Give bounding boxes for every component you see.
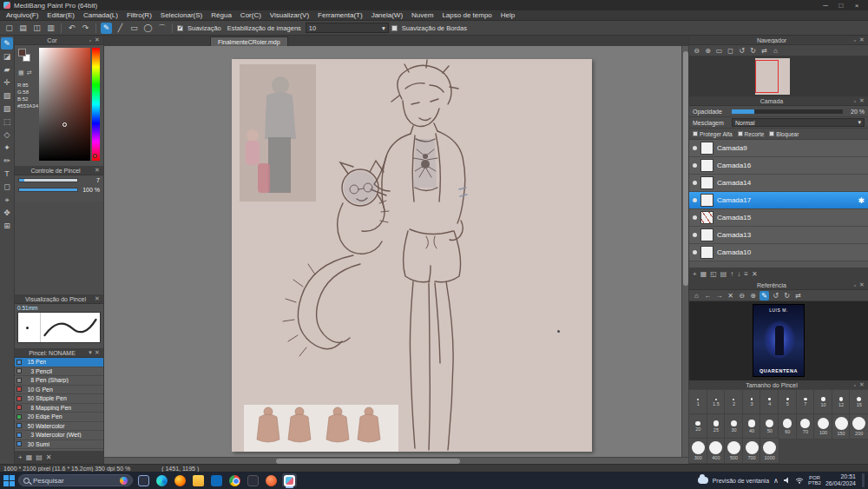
flip-horizontal-icon[interactable]: ⇄	[760, 46, 769, 56]
export-icon[interactable]: ▥	[45, 23, 56, 34]
open-reference-icon[interactable]: ⌂	[692, 291, 701, 301]
zoom-out-icon[interactable]: ⊖	[692, 46, 701, 56]
rotate-left-icon[interactable]: ↺	[771, 291, 780, 301]
delete-layer-icon[interactable]: ✕	[752, 270, 758, 278]
rect-mode-button[interactable]: ▭	[128, 23, 140, 34]
layer-visibility-icon[interactable]	[693, 163, 697, 168]
vertical-scrollbar[interactable]	[681, 46, 688, 457]
brush-list-item[interactable]: 20Edge Pen	[15, 413, 103, 422]
eraser-tool-icon[interactable]: ◪	[1, 50, 13, 63]
layer-row[interactable]: Camada13	[689, 227, 868, 244]
stabilization-select[interactable]: 10 ▾	[306, 23, 389, 33]
flip-horizontal-icon[interactable]: ⇄	[793, 291, 803, 301]
panel-close-icon[interactable]: ✕	[858, 281, 865, 288]
lock-checkbox[interactable]	[769, 131, 774, 136]
lasso-tool-icon[interactable]: ◇	[1, 129, 13, 141]
brush-size-cell[interactable]: 50	[760, 414, 779, 439]
gradient-tool-icon[interactable]: ▧	[1, 102, 13, 115]
maximize-button[interactable]: □	[833, 2, 849, 10]
eyedropper-tool-icon[interactable]: ⌖	[1, 194, 13, 206]
search-highlights-icon[interactable]	[120, 477, 128, 485]
brush-size-cell[interactable]: 2	[725, 390, 743, 414]
taskbar-edge[interactable]	[155, 473, 169, 487]
layer-visibility-icon[interactable]	[693, 215, 697, 220]
eyedropper-icon[interactable]: ✎	[760, 291, 769, 301]
show-desktop-button[interactable]	[862, 473, 865, 487]
sv-marker[interactable]	[62, 122, 67, 127]
menu-item[interactable]: Selecionar(S)	[156, 11, 207, 19]
brush-size-cell[interactable]: 300	[689, 439, 707, 463]
select-pen-tool-icon[interactable]: ✏	[1, 155, 13, 167]
brush-list-item[interactable]: 50Watercolor	[15, 422, 103, 432]
move-layer-up-icon[interactable]: ↑	[730, 270, 733, 278]
start-button[interactable]	[3, 475, 15, 486]
horizontal-scrollbar[interactable]	[104, 457, 688, 464]
taskbar-medibang[interactable]	[282, 473, 297, 487]
brush-size-cell[interactable]: 1.5	[707, 390, 726, 414]
panel-close-icon[interactable]: ✕	[858, 97, 865, 104]
panel-menu-icon[interactable]: ▫	[852, 98, 858, 104]
reset-view-icon[interactable]: ⌂	[771, 46, 780, 56]
hidden-icons-chevron[interactable]: ∧	[773, 477, 779, 485]
navigator-view[interactable]	[689, 56, 868, 96]
hue-marker[interactable]	[93, 154, 97, 158]
protect-alpha-option[interactable]: Proteger Alfa	[693, 131, 733, 137]
layer-visibility-icon[interactable]	[693, 250, 697, 254]
actual-size-icon[interactable]: ◻	[726, 46, 735, 56]
panel-close-icon[interactable]: ✕	[94, 295, 101, 302]
shape-tool-icon[interactable]: ◻	[1, 181, 13, 193]
panel-close-icon[interactable]: ✕	[94, 36, 101, 43]
panel-menu-icon[interactable]: ▫	[852, 37, 858, 43]
menu-item[interactable]: Camada(L)	[79, 11, 122, 19]
menu-item[interactable]: Régua	[207, 11, 236, 19]
brush-size-cell[interactable]: 3	[743, 390, 761, 414]
weather-text[interactable]: Previsão de ventania	[713, 478, 769, 484]
brush-tool-icon[interactable]: ✎	[1, 37, 13, 50]
brush-list-item[interactable]: 3Watercolor (Wet)	[15, 431, 103, 440]
language-indicator[interactable]: POR PTB2	[808, 475, 821, 486]
menu-item[interactable]: Lapso de tempo	[437, 11, 496, 19]
add-layer-icon[interactable]: +	[693, 270, 697, 278]
layer-folder-icon[interactable]: ▤	[720, 270, 727, 278]
panel-menu-icon[interactable]: ▾	[87, 349, 94, 356]
navigator-thumbnail[interactable]	[755, 58, 790, 95]
merge-layer-icon[interactable]: ◱	[710, 270, 717, 278]
canvas[interactable]	[232, 59, 592, 452]
palette-grid-icon[interactable]: ▦	[18, 69, 24, 76]
menu-item[interactable]: Help	[496, 11, 519, 19]
brush-size-cell[interactable]: 7	[797, 390, 815, 414]
menu-item[interactable]: Janela(W)	[367, 11, 407, 19]
panel-close-icon[interactable]: ✕	[858, 36, 865, 43]
brush-size-cell[interactable]: 60	[779, 414, 797, 439]
brush-size-cell[interactable]: 25	[707, 414, 726, 439]
prev-reference-icon[interactable]: ←	[703, 291, 713, 301]
taskbar-app-dark[interactable]	[246, 473, 260, 487]
taskbar-store[interactable]	[209, 473, 224, 487]
protect-alpha-checkbox[interactable]	[693, 131, 698, 136]
brush-size-cell[interactable]: 1	[689, 390, 707, 414]
move-layer-down-icon[interactable]: ↓	[737, 270, 740, 278]
minimize-button[interactable]: ─	[818, 2, 833, 10]
undo-icon[interactable]: ↶	[66, 23, 77, 34]
zoom-in-icon[interactable]: ⊕	[748, 291, 758, 301]
panel-menu-icon[interactable]: ▫	[852, 282, 858, 288]
smoothing-checkbox[interactable]	[177, 25, 183, 31]
layer-opacity-slider[interactable]	[732, 109, 843, 114]
brush-size-cell[interactable]: 30	[725, 414, 743, 439]
menu-item[interactable]: Nuvem	[407, 11, 437, 19]
clipping-option[interactable]: Recorte	[738, 131, 765, 137]
close-reference-icon[interactable]: ✕	[726, 291, 735, 301]
brush-list-item[interactable]: 15Pen	[15, 358, 103, 367]
document-tab[interactable]: FinalmenteCRoier.mdp	[210, 36, 288, 46]
clipping-checkbox[interactable]	[738, 131, 743, 136]
menu-item[interactable]: Cor(C)	[236, 11, 266, 19]
panel-close-icon[interactable]: ✕	[94, 349, 101, 356]
brush-size-cell[interactable]: 400	[707, 439, 726, 463]
brush-size-cell[interactable]: 20	[689, 414, 707, 439]
reference-view[interactable]: LUIS M. QUARENTENA	[689, 301, 868, 380]
open-file-icon[interactable]: ▤	[17, 23, 29, 34]
blend-mode-select[interactable]: Normal ▾	[732, 118, 865, 127]
layer-row[interactable]: Camada16	[689, 157, 868, 175]
next-reference-icon[interactable]: →	[714, 291, 724, 301]
edge-smoothing-checkbox[interactable]	[391, 25, 398, 31]
